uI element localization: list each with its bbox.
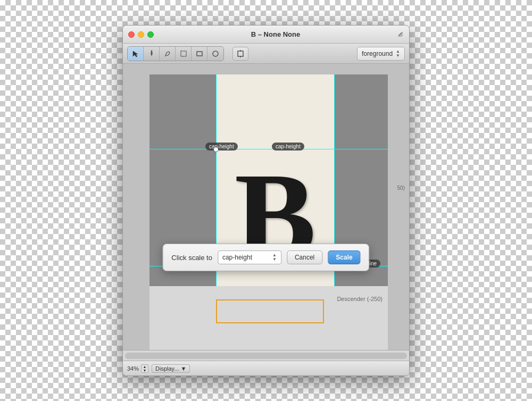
titlebar: B – None None [123,26,409,44]
display-label: Display... [155,365,179,372]
rect-select-tool[interactable] [176,47,192,61]
footer-bar: 34% ▲ ▼ Display... ▼ [123,361,409,375]
toolbar: foreground ▲ ▼ [123,44,409,64]
scale-button[interactable]: Scale [328,250,360,264]
titlebar-right [397,31,404,38]
zoom-display: 34% ▲ ▼ [127,364,148,373]
pencil-tool[interactable] [160,47,176,61]
pointer-tool[interactable] [128,47,144,61]
canvas-area: B cap-height cap-height Zero Zero Point … [123,64,409,350]
svg-rect-3 [181,51,186,56]
rect-tool[interactable] [192,47,207,61]
main-window: B – None None [122,25,410,376]
zoom-up-arrow[interactable]: ▲ [142,365,148,369]
maximize-button[interactable] [147,31,154,38]
tool-group [127,46,224,61]
window-title: B – None None [154,30,397,38]
circle-icon [212,50,219,57]
transform-tool[interactable] [232,47,248,61]
scale-select-arrows: ▲ ▼ [272,253,277,262]
svg-rect-4 [197,52,202,56]
horizontal-scrollbar[interactable] [125,353,407,359]
zoom-stepper[interactable]: ▲ ▼ [141,364,148,373]
pencil-icon [164,50,171,57]
close-button[interactable] [128,31,135,38]
scale-dialog-label: Click scale to [171,254,212,262]
zoom-down-arrow[interactable]: ▼ [142,369,148,372]
cancel-button[interactable]: Cancel [287,250,322,264]
foreground-label: foreground [362,50,393,57]
bottom-scrollbar [123,350,409,361]
zoom-value: 34% [127,365,139,372]
resize-icon [397,31,404,38]
scale-dialog: Click scale to cap-height ▲ ▼ Cancel Sca… [162,244,369,271]
pen-tool[interactable] [144,47,160,61]
transform-icon [236,49,245,58]
foreground-dropdown[interactable]: foreground ▲ ▼ [357,47,405,61]
scale-select-value: cap-height [222,254,252,261]
display-chevron: ▼ [180,365,186,372]
pointer-icon [132,50,139,57]
ruler-number: 50) [397,185,405,191]
pen-icon [148,50,155,57]
descender-label: Descender (-250) [337,296,383,302]
control-point-top-left[interactable] [213,147,219,152]
display-button[interactable]: Display... ▼ [152,364,190,373]
svg-point-1 [151,50,152,52]
svg-point-5 [213,51,218,56]
traffic-lights [128,31,154,38]
circle-tool[interactable] [207,47,223,61]
scale-select-dropdown[interactable]: cap-height ▲ ▼ [218,250,281,264]
minimize-button[interactable] [138,31,144,38]
svg-line-2 [165,56,165,56]
selection-box [216,299,324,323]
rect-select-icon [180,50,187,57]
svg-rect-6 [238,51,243,56]
dropdown-arrows: ▲ ▼ [396,49,400,58]
rect-icon [196,50,203,57]
